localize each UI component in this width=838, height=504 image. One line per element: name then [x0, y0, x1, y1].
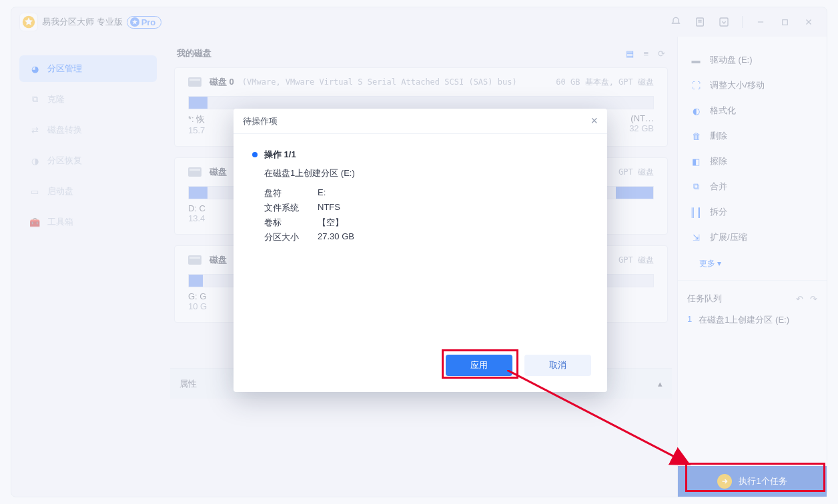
pending-ops-modal: 待操作项 × 操作 1/1 在磁盘1上创建分区 (E:) 盘符E: 文件系统NT… — [234, 109, 607, 392]
kv-row: 文件系统NTFS — [264, 202, 588, 214]
kv-row: 卷标【空】 — [264, 217, 588, 229]
kv-row: 分区大小27.30 GB — [264, 231, 588, 243]
op-header: 操作 1/1 — [252, 149, 588, 161]
close-icon[interactable]: × — [590, 114, 598, 128]
kv-row: 盘符E: — [264, 187, 588, 199]
op-desc: 在磁盘1上创建分区 (E:) — [264, 167, 588, 179]
cancel-button[interactable]: 取消 — [524, 355, 591, 376]
modal-title: 待操作项 — [243, 115, 278, 127]
modal-header: 待操作项 × — [234, 109, 607, 134]
apply-button[interactable]: 应用 — [446, 355, 512, 376]
